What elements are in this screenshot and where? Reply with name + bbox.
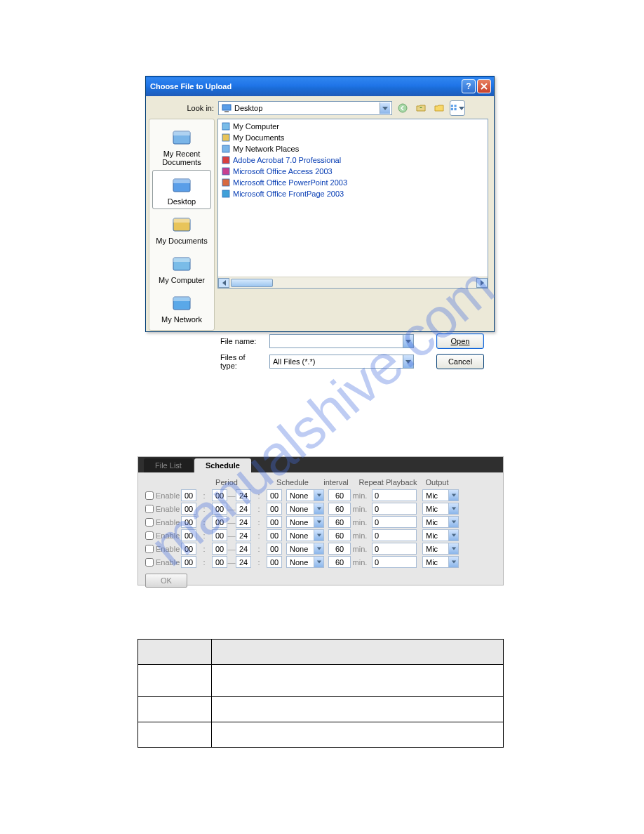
filetype-dropdown[interactable] — [403, 355, 413, 368]
end-min-input[interactable] — [267, 516, 282, 528]
start-min-input[interactable] — [212, 489, 227, 501]
help-button[interactable]: ? — [462, 79, 476, 93]
tab-filelist[interactable]: File List — [144, 458, 193, 472]
start-hour-input[interactable] — [181, 516, 196, 528]
repeat-input[interactable] — [372, 529, 417, 541]
schedule-select[interactable]: None — [286, 556, 324, 568]
doc-table — [137, 639, 504, 748]
file-item[interactable]: Microsoft Office FrontPage 2003 — [221, 188, 485, 199]
file-item[interactable]: Adobe Acrobat 7.0 Professional — [221, 154, 485, 166]
end-min-input[interactable] — [267, 543, 282, 555]
output-select[interactable]: Mic — [422, 503, 459, 515]
start-min-input[interactable] — [212, 543, 227, 555]
interval-input[interactable] — [328, 556, 351, 568]
output-select[interactable]: Mic — [422, 489, 459, 501]
end-hour-input[interactable] — [236, 529, 251, 541]
output-select[interactable]: Mic — [422, 543, 459, 555]
schedule-select[interactable]: None — [286, 503, 324, 515]
lookin-dropdown[interactable] — [380, 102, 390, 114]
close-button[interactable] — [477, 79, 491, 93]
schedule-select[interactable]: None — [286, 516, 324, 528]
repeat-input[interactable] — [372, 489, 417, 501]
output-value: Mic — [426, 545, 438, 553]
start-min-input[interactable] — [212, 516, 227, 528]
schedule-select[interactable]: None — [286, 543, 324, 555]
places-item-4[interactable]: My Network — [152, 288, 211, 327]
output-select[interactable]: Mic — [422, 556, 459, 568]
up-button[interactable] — [413, 100, 429, 116]
start-hour-input[interactable] — [181, 556, 196, 568]
end-hour-input[interactable] — [236, 516, 251, 528]
scroll-left-button[interactable] — [218, 278, 229, 288]
min-label: min. — [351, 545, 369, 553]
file-item[interactable]: Microsoft Office PowerPoint 2003 — [221, 177, 485, 188]
schedule-select[interactable]: None — [286, 529, 324, 541]
titlebar[interactable]: Choose File to Upload ? — [146, 77, 494, 96]
enable-checkbox[interactable] — [145, 531, 154, 540]
repeat-input[interactable] — [372, 516, 417, 528]
view-button[interactable] — [450, 100, 465, 116]
scroll-thumb[interactable] — [231, 279, 273, 287]
h-scrollbar[interactable] — [218, 277, 488, 288]
interval-input[interactable] — [328, 529, 351, 541]
filename-input[interactable] — [269, 334, 414, 348]
end-min-input[interactable] — [267, 556, 282, 568]
interval-input[interactable] — [328, 516, 351, 528]
enable-checkbox[interactable] — [145, 545, 154, 553]
filetype-combo[interactable]: All Files (*.*) — [269, 355, 414, 369]
places-item-3[interactable]: My Computer — [152, 249, 211, 288]
end-hour-input[interactable] — [236, 556, 251, 568]
file-icon — [221, 121, 231, 131]
end-min-input[interactable] — [267, 503, 282, 515]
table-row — [138, 640, 504, 665]
scroll-track[interactable] — [229, 278, 476, 288]
new-folder-button[interactable] — [431, 100, 447, 116]
file-item[interactable]: My Computer — [221, 121, 485, 132]
start-hour-input[interactable] — [181, 489, 196, 501]
interval-input[interactable] — [328, 543, 351, 555]
places-item-1[interactable]: Desktop — [152, 170, 211, 209]
file-item[interactable]: My Network Places — [221, 143, 485, 154]
start-hour-input[interactable] — [181, 529, 196, 541]
file-item[interactable]: Microsoft Office Access 2003 — [221, 166, 485, 177]
svg-rect-5 — [451, 108, 453, 110]
places-item-2[interactable]: My Documents — [152, 209, 211, 249]
start-hour-input[interactable] — [181, 503, 196, 515]
file-item[interactable]: My Documents — [221, 132, 485, 143]
repeat-input[interactable] — [372, 503, 417, 515]
enable-checkbox[interactable] — [145, 518, 154, 527]
start-min-input[interactable] — [212, 529, 227, 541]
file-list-pane[interactable]: My Computer My Documents My Network Plac… — [217, 119, 488, 289]
interval-input[interactable] — [328, 489, 351, 501]
end-hour-input[interactable] — [236, 503, 251, 515]
end-hour-input[interactable] — [236, 489, 251, 501]
repeat-input[interactable] — [372, 543, 417, 555]
places-icon — [170, 126, 193, 148]
places-item-0[interactable]: My Recent Documents — [152, 122, 211, 170]
lookin-combo[interactable]: Desktop — [218, 101, 392, 115]
enable-checkbox[interactable] — [145, 505, 154, 513]
cancel-button[interactable]: Cancel — [436, 354, 484, 369]
schedule-select[interactable]: None — [286, 489, 324, 501]
filename-dropdown[interactable] — [403, 335, 413, 348]
enable-checkbox[interactable] — [145, 558, 154, 567]
start-min-input[interactable] — [212, 503, 227, 515]
schedule-value: None — [290, 531, 308, 540]
tab-schedule[interactable]: Schedule — [194, 458, 251, 472]
end-hour-input[interactable] — [236, 543, 251, 555]
open-button[interactable]: Open — [436, 333, 484, 349]
back-button[interactable] — [395, 100, 410, 116]
end-min-input[interactable] — [267, 529, 282, 541]
tabbar: File List Schedule — [138, 457, 503, 472]
output-select[interactable]: Mic — [422, 516, 459, 528]
scroll-right-button[interactable] — [476, 278, 488, 288]
output-select[interactable]: Mic — [422, 529, 459, 541]
ok-button[interactable]: OK — [145, 574, 187, 588]
interval-input[interactable] — [328, 503, 351, 515]
end-min-input[interactable] — [267, 489, 282, 501]
file-icon — [221, 189, 231, 199]
repeat-input[interactable] — [372, 556, 417, 568]
start-hour-input[interactable] — [181, 543, 196, 555]
start-min-input[interactable] — [212, 556, 227, 568]
enable-checkbox[interactable] — [145, 491, 154, 500]
